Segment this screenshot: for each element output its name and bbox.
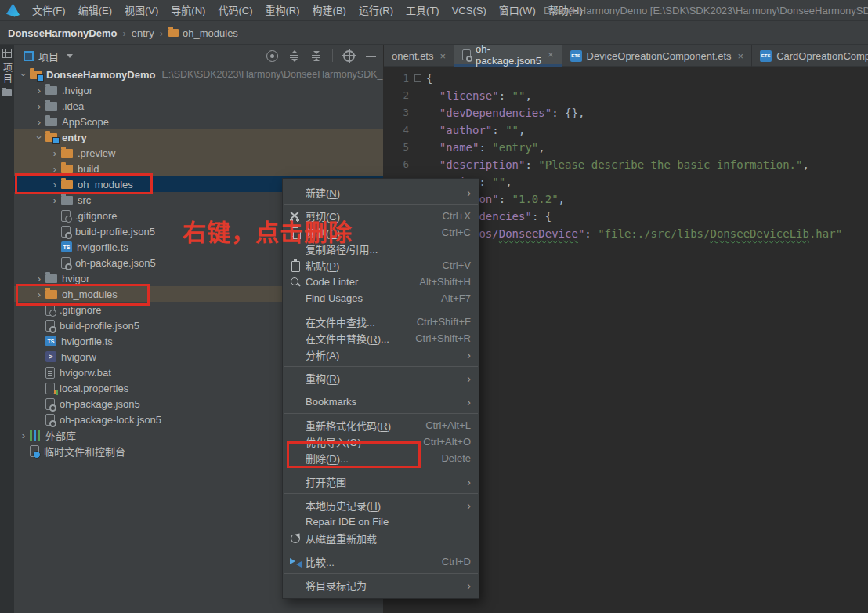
breadcrumb-item-0[interactable]: DonseeHarmonyDemo — [8, 27, 117, 39]
file-git-icon — [45, 304, 55, 316]
chevron-right-icon[interactable]: › — [33, 273, 45, 285]
file-ts-icon: TS — [61, 241, 72, 252]
app-logo-icon[interactable] — [6, 4, 20, 17]
tree-row-.hvigor[interactable]: ›.hvigor — [14, 82, 383, 98]
locate-file-button[interactable] — [266, 50, 278, 62]
menu-item-label: 删除(D)... — [306, 451, 349, 466]
menubar-item-2[interactable]: 视图(V) — [118, 0, 165, 21]
menu-item-new[interactable]: 新建(N)› — [283, 184, 479, 201]
menu-separator — [284, 310, 478, 310]
menubar-item-6[interactable]: 构建(B) — [306, 0, 353, 21]
chevron-right-icon[interactable]: › — [33, 288, 45, 300]
menubar-item-4[interactable]: 代码(C) — [212, 0, 259, 21]
menu-item-label: 比较... — [306, 554, 335, 569]
chevron-down-icon[interactable]: › — [18, 68, 30, 81]
menubar-item-3[interactable]: 导航(N) — [165, 0, 212, 21]
menubar-item-0[interactable]: 文件(F) — [26, 0, 72, 21]
menubar-item-7[interactable]: 运行(R) — [353, 0, 400, 21]
chevron-right-icon[interactable]: › — [49, 179, 61, 190]
chevron-right-icon[interactable]: › — [49, 194, 61, 206]
chevron-right-icon[interactable]: › — [33, 116, 45, 128]
menubar-item-9[interactable]: VCS(S) — [446, 0, 493, 21]
menubar-item-5[interactable]: 重构(R) — [259, 0, 306, 21]
chevron-right-icon[interactable]: › — [49, 163, 61, 175]
menu-item-label: Find Usages — [306, 292, 363, 304]
tree-row-.idea[interactable]: ›.idea — [14, 98, 383, 114]
breadcrumb-item-1[interactable]: entry — [132, 27, 154, 39]
menu-item-paste[interactable]: 粘贴(P)Ctrl+V — [283, 257, 479, 274]
menu-item-label: 新建(N) — [306, 185, 340, 200]
menu-shortcut: Alt+Shift+H — [419, 276, 471, 288]
tab-card-opreation-comp[interactable]: ETSCardOpreationComp — [752, 45, 868, 67]
menu-item-label: 本地历史记录(H) — [306, 498, 381, 513]
tab-oh-package-json5[interactable]: oh-package.json5× — [454, 45, 562, 67]
tree-row-DonseeHarmonyDemo[interactable]: ›DonseeHarmonyDemoE:\SDK\SDK2023\Harmony… — [14, 67, 383, 82]
close-icon[interactable]: × — [738, 50, 744, 62]
menu-item-find-in-files[interactable]: 在文件中查找...Ctrl+Shift+F — [283, 314, 479, 330]
submenu-arrow-icon: › — [467, 372, 471, 385]
close-icon[interactable]: × — [440, 50, 447, 62]
menu-item-compare[interactable]: 比较...Ctrl+D — [283, 553, 479, 570]
chevron-right-icon[interactable]: › — [33, 85, 45, 96]
menu-item-label: Repair IDE on File — [306, 516, 389, 528]
menu-item-copy-path-reference[interactable]: 复制路径/引用... — [283, 241, 479, 257]
chevron-down-icon[interactable]: › — [34, 131, 45, 143]
chevron-right-icon[interactable]: › — [49, 147, 61, 159]
file-json5-icon — [45, 414, 55, 426]
fold-icon[interactable]: − — [414, 74, 421, 82]
folder-gray-icon — [45, 118, 57, 126]
menu-item-label: 重新格式化代码(R) — [306, 418, 391, 433]
menu-item-analyze[interactable]: 分析(A)› — [283, 346, 479, 363]
menubar-item-8[interactable]: 工具(T) — [400, 0, 446, 21]
menu-item-cut[interactable]: 剪切(C)Ctrl+X — [283, 208, 479, 224]
menu-shortcut: Ctrl+Shift+F — [417, 316, 471, 328]
menu-shortcut: Ctrl+Shift+R — [415, 332, 471, 344]
chevron-right-icon[interactable]: › — [17, 430, 30, 441]
menu-item-mark-directory-as[interactable]: 将目录标记为› — [283, 577, 479, 593]
menu-item-delete[interactable]: 删除(D)...Delete — [283, 450, 479, 466]
hide-panel-button[interactable] — [365, 50, 377, 62]
menu-item-local-history[interactable]: 本地历史记录(H)› — [283, 497, 479, 513]
breadcrumb-item-2[interactable]: oh_modules — [183, 27, 238, 39]
stripe-project-label[interactable]: 项目 — [1, 63, 14, 85]
tree-item-path: E:\SDK\SDK2023\Harmony\DonseeHarmonySDK_ — [161, 69, 382, 80]
tab-device-opreation-component-ets[interactable]: ETSDeviceOpreationComponent.ets× — [562, 45, 753, 67]
expand-all-button[interactable] — [288, 50, 300, 62]
tree-item-label: oh-package.json5 — [60, 398, 140, 410]
menu-item-copy[interactable]: 复制(C)Ctrl+C — [283, 224, 479, 241]
menubar-item-10[interactable]: 窗口(W) — [493, 0, 542, 21]
ide-window: 文件(F)编辑(E)视图(V)导航(N)代码(C)重构(R)构建(B)运行(R)… — [0, 0, 868, 613]
tab-label: onent.ets — [392, 50, 434, 62]
chevron-down-icon[interactable] — [67, 54, 73, 58]
chevron-right-icon[interactable]: › — [33, 100, 45, 112]
tree-item-label: .hvigor — [62, 85, 92, 96]
menu-item-reformat-code[interactable]: 重新格式化代码(R)Ctrl+Alt+L — [283, 417, 479, 433]
menu-item-bookmarks[interactable]: Bookmarks› — [283, 394, 479, 410]
tool-window-grid-icon[interactable] — [2, 49, 12, 58]
folder-orange-badge-icon — [30, 71, 42, 79]
menu-item-optimize-imports[interactable]: 优化导入(O)Ctrl+Alt+O — [283, 433, 479, 450]
tree-row-.preview[interactable]: ›.preview — [14, 145, 383, 161]
tab-component-ets-partial[interactable]: onent.ets× — [384, 45, 454, 67]
menu-item-reload-from-disk[interactable]: 从磁盘重新加载 — [283, 530, 479, 546]
stripe-folder-icon[interactable] — [2, 89, 12, 96]
close-icon[interactable]: × — [548, 49, 554, 60]
menu-item-find-usages[interactable]: Find UsagesAlt+F7 — [283, 290, 479, 306]
collapse-all-button[interactable] — [310, 50, 322, 62]
menu-item-replace-in-files[interactable]: 在文件中替换(R)...Ctrl+Shift+R — [283, 330, 479, 346]
menu-item-code-linter[interactable]: Code LinterAlt+Shift+H — [283, 274, 479, 290]
fold-column — [409, 139, 426, 156]
tree-item-label: DonseeHarmonyDemo — [46, 69, 155, 81]
menu-item-refactor[interactable]: 重构(R)› — [283, 370, 479, 386]
gear-icon[interactable] — [343, 50, 355, 62]
menu-item-open-in[interactable]: 打开范围› — [283, 473, 479, 490]
file-scratch-icon — [30, 445, 39, 457]
tree-row-entry[interactable]: ›entry — [14, 129, 383, 145]
menu-item-label: 在文件中查找... — [306, 314, 375, 329]
menubar-item-1[interactable]: 编辑(E) — [72, 0, 118, 21]
menu-item-repair-ide[interactable]: Repair IDE on File — [283, 513, 479, 530]
menu-item-label: 优化导入(O) — [306, 434, 361, 449]
tree-row-AppScope[interactable]: ›AppScope — [14, 114, 383, 129]
tree-row-build[interactable]: ›build — [14, 161, 383, 176]
project-panel-title[interactable]: 项目 — [38, 49, 59, 63]
